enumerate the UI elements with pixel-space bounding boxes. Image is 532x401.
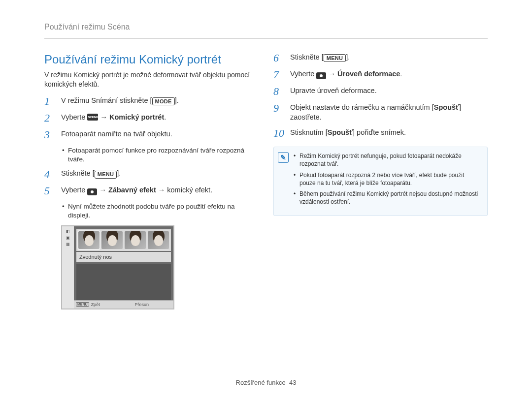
step-5: 5 Vyberte → Zábavný efekt → komický efek…: [44, 185, 259, 196]
mode-token: MODE: [152, 97, 175, 105]
step-body: Vyberte → Komický portrét.: [61, 113, 259, 123]
step-number: 2: [44, 113, 55, 123]
step-body: Vyberte → Zábavný efekt → komický efekt.: [61, 185, 259, 195]
note-list: Režim Komický portrét nefunguje, pokud f…: [294, 152, 481, 209]
step-number: 10: [273, 128, 284, 139]
camera-icon: [316, 72, 326, 79]
column-left: Používání režimu Komický portrét V režim…: [44, 53, 259, 309]
header-rule: [44, 38, 488, 39]
step-6: 6 Stiskněte [MENU].: [273, 53, 488, 63]
section-title: Používání režimu Komický portrét: [44, 53, 259, 66]
manual-page: Používání režimu Scéna Používání režimu …: [0, 0, 532, 401]
step-body: Upravte úroveň deformace.: [290, 86, 488, 96]
step-3: 3 Fotoaparát namiřte na tvář objektu.: [44, 129, 259, 140]
menu-token: MENU: [324, 54, 346, 62]
step-body: Stiskněte [MENU].: [61, 169, 259, 179]
step-number: 5: [44, 185, 55, 196]
step-body: Objekt nastavte do rámečku a namáčknutím…: [290, 103, 488, 122]
step-3-sub: Fotoaparát pomocí funkce pro rozpoznáván…: [62, 146, 259, 164]
step-7: 7 Vyberte → Úroveň deformace.: [273, 69, 488, 80]
step-5-sub: Nyní můžete zhodnotit podobu tváře po po…: [62, 202, 259, 220]
step-2: 2 Vyberte → Komický portrét.: [44, 113, 259, 123]
content-columns: Používání režimu Komický portrét V režim…: [44, 53, 488, 309]
camera-screenshot: ◧▣▦ Zvednutý nos MENU Zpět Přesun: [61, 225, 174, 309]
step-1: 1 V režimu Snímání stiskněte [MODE].: [44, 96, 259, 107]
face-thumb: [78, 231, 100, 249]
camera-icon: [87, 188, 97, 195]
back-label: Zpět: [91, 302, 100, 307]
cam-footer: MENU Zpět Přesun: [74, 300, 173, 308]
step-8: 8 Upravte úroveň deformace.: [273, 86, 488, 97]
menu-token: MENU: [95, 171, 117, 179]
page-footer: Rozšířené funkce 43: [0, 379, 532, 386]
step-number: 3: [44, 129, 55, 140]
cam-main: Zvednutý nos MENU Zpět Přesun: [74, 229, 173, 308]
effect-label: Zvednutý nos: [76, 252, 171, 262]
intro-text: V režimu Komický portrét je možné deform…: [44, 70, 259, 89]
face-thumb: [125, 231, 146, 249]
scene-icon: [87, 114, 98, 121]
effect-strip: [76, 229, 171, 251]
note-item: Během používání režimu Komický portrét n…: [294, 190, 481, 206]
menu-tag: MENU: [76, 302, 89, 307]
step-number: 6: [273, 53, 284, 63]
step-body: V režimu Snímání stiskněte [MODE].: [61, 96, 259, 106]
page-header: Používání režimu Scéna: [44, 23, 488, 34]
note-item: Režim Komický portrét nefunguje, pokud f…: [294, 152, 481, 168]
column-right: 6 Stiskněte [MENU]. 7 Vyberte → Úroveň d…: [273, 53, 488, 309]
step-number: 7: [273, 69, 284, 80]
step-number: 8: [273, 86, 284, 97]
step-body: Vyberte → Úroveň deformace.: [290, 69, 488, 79]
step-10: 10 Stisknutím [Spoušť] pořiďte snímek.: [273, 128, 488, 139]
note-icon: ✎: [278, 152, 289, 163]
step-body: Fotoaparát namiřte na tvář objektu.: [61, 129, 259, 139]
face-thumb: [101, 231, 123, 249]
step-body: Stisknutím [Spoušť] pořiďte snímek.: [290, 128, 488, 138]
step-number: 9: [273, 103, 284, 114]
step-number: 4: [44, 169, 55, 180]
step-9: 9 Objekt nastavte do rámečku a namáčknut…: [273, 103, 488, 122]
step-4: 4 Stiskněte [MENU].: [44, 169, 259, 180]
face-thumb: [148, 231, 169, 249]
note-box: ✎ Režim Komický portrét nefunguje, pokud…: [273, 147, 488, 216]
cam-preview-area: [76, 264, 171, 300]
step-number: 1: [44, 96, 55, 107]
step-body: Stiskněte [MENU].: [290, 53, 488, 62]
note-item: Pokud fotoaparát rozpozná 2 nebo více tv…: [294, 171, 481, 187]
move-label: Přesun: [134, 302, 149, 307]
cam-sidebar: ◧▣▦: [62, 226, 74, 308]
